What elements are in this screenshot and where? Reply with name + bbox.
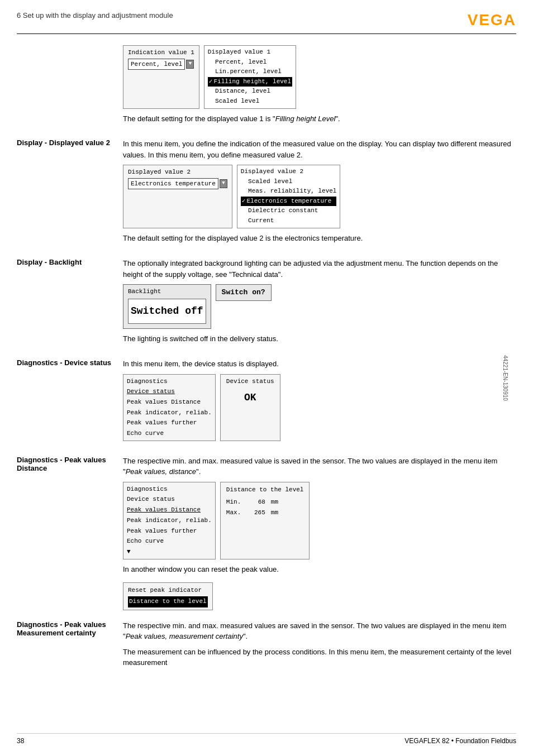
intro-diag-peak: The respective min. and max. measured va… [123,456,516,477]
diag-device-result: Device status OK [220,374,280,441]
desc-backlight: The lighting is switched off in the deli… [123,333,516,344]
left-box-value2: Displayed value 2 Electronics temperatur… [123,165,232,228]
dropdown-v2-meas: Meas. reliability, level [241,186,337,197]
desc2-diag-meas: The measurement can be influenced by the… [123,647,516,668]
main-content: Indication value 1 Percent, level ▼ Disp… [17,45,516,683]
desc-value2: The default setting for the displayed va… [123,233,516,244]
diag-item-echo: Echo curve [127,428,212,439]
dist-unit-max: mm [271,508,282,519]
reset-title: Reset peak indicator [128,585,208,596]
reset-item[interactable]: Distance to the level [128,596,208,607]
left-box-title-value2: Displayed value 2 [128,168,227,177]
select-row-value2: Electronics temperature ▼ [128,178,227,190]
section-diag-peak-dist: Diagnostics - Peak values Distance The r… [17,456,516,610]
section-content-diag-meas: The respective min. and max. measured va… [123,620,516,673]
dropdown-item-scaled: Scaled level [208,97,292,107]
dropdown-v2-current: Current [241,216,337,226]
reset-box: Reset peak indicator Distance to the lev… [123,582,213,610]
diag-peak-item-further: Peak values further [127,526,212,537]
backlight-display-box: Backlight Switched off [123,284,211,329]
diag-peak-item-reliab: Peak indicator, reliab. [127,515,212,526]
dropdown-v2-dielectric: Dielectric constant [241,206,337,216]
section-content-value2: In this menu item, you define the indica… [123,138,516,248]
header-title: 6 Set up with the display and adjustment… [17,11,173,20]
dist-val-max: 265 [249,508,265,519]
ui-pair-value2: Displayed value 2 Electronics temperatur… [123,165,516,228]
select-arrow-value1[interactable]: ▼ [186,60,194,69]
dist-unit-min: mm [271,497,282,508]
dropdown-value2: Displayed value 2 Scaled level Meas. rel… [237,165,341,228]
switch-on-box[interactable]: Switch on? [216,284,272,301]
page-container: 6 Set up with the display and adjustment… [0,0,533,756]
section-display-value2: Display - Displayed value 2 In this menu… [17,138,516,248]
vega-logo: VEGA [468,11,516,29]
backlight-value: Switched off [128,299,206,324]
diag-device-menu: Diagnostics Device status Peak values Di… [123,374,216,441]
select-value1[interactable]: Percent, level [128,59,185,70]
footer-page-number: 38 [17,737,24,745]
dropdown-v2-scaled: Scaled level [241,177,337,187]
section-label-diag-meas: Diagnostics - Peak values Measurement ce… [17,620,112,673]
dropdown-v2-electronics[interactable]: Electronics temperature [241,197,337,207]
dist-label-max: Max. [226,508,243,519]
diag-item-peak-reliab: Peak indicator, reliab. [127,408,212,418]
section-content-diag-device: In this menu item, the device status is … [123,358,516,446]
section-diag-peak-meas: Diagnostics - Peak values Measurement ce… [17,620,516,673]
diag-item-peak-distance: Peak values Distance [127,397,212,408]
dropdown-item-filling[interactable]: Filling height, level [208,77,292,87]
section-backlight: Display - Backlight The optionally integ… [17,258,516,348]
dropdown-item-percent: Percent, level [208,58,292,68]
dropdown-item-linpercent: Lin.percent, level [208,67,292,77]
diag-peak-menu-title: Diagnostics [127,484,212,495]
dist-label-min: Min. [226,497,243,508]
reset-intro: In another window you can reset the peak… [123,564,516,575]
left-box-title-value1: Indication value 1 [128,48,194,58]
diag-peak-item-device: Device status [127,494,212,505]
section-content-diag-peak: The respective min. and max. measured va… [123,456,516,610]
section-label-diag-device: Diagnostics - Device status [17,358,112,446]
diag-menu-title: Diagnostics [127,376,212,387]
section-label-backlight: Display - Backlight [17,258,112,348]
diag-device-pair: Diagnostics Device status Peak values Di… [123,374,516,441]
section-display-value1: Indication value 1 Percent, level ▼ Disp… [17,45,516,128]
intro-value2: In this menu item, you define the indica… [123,138,516,160]
diag-peak-item-distance[interactable]: Peak values Distance [127,505,212,515]
diag-peak-scroll: ▼ [127,547,212,557]
page-footer: 38 VEGAFLEX 82 • Foundation Fieldbus [17,733,516,745]
diag-peak-item-echo: Echo curve [127,536,212,547]
diag-peak-pair: Diagnostics Device status Peak values Di… [123,482,516,559]
dropdown-value1-title: Displayed value 1 [208,47,292,58]
page-header: 6 Set up with the display and adjustment… [17,11,516,34]
dropdown-value1: Displayed value 1 Percent, level Lin.per… [204,45,296,109]
diag-peak-result: Distance to the level Min. 68 mm Max. 26… [220,482,310,559]
ui-pair-value1: Indication value 1 Percent, level ▼ Disp… [123,45,516,109]
section-content-value1: Indication value 1 Percent, level ▼ Disp… [123,45,516,128]
diag-result-title: Device status [226,377,274,386]
diag-item-peak-further: Peak values further [127,418,212,428]
left-box-value1: Indication value 1 Percent, level ▼ [123,45,199,109]
select-row-value1: Percent, level ▼ [128,59,194,70]
footer-product: VEGAFLEX 82 • Foundation Fieldbus [404,737,516,745]
backlight-ui-pair: Backlight Switched off Switch on? [123,284,516,329]
section-content-backlight: The optionally integrated background lig… [123,258,516,348]
dropdown-item-distance: Distance, level [208,87,292,97]
desc-value1: The default setting for the displayed va… [123,113,516,125]
dist-table: Distance to the level Min. 68 mm Max. 26… [226,485,304,519]
backlight-label: Backlight [128,287,206,296]
dist-row-max: Max. 265 mm [226,508,304,519]
dist-row-min: Min. 68 mm [226,497,304,508]
intro-diag-meas: The respective min. and max. measured va… [123,620,516,642]
dropdown-value2-title: Displayed value 2 [241,167,337,177]
diag-result-value: OK [226,388,274,408]
intro-diag-device: In this menu item, the device status is … [123,358,516,370]
section-diag-device: Diagnostics - Device status In this menu… [17,358,516,446]
side-document-id: 44221-EN-130910 [503,355,509,401]
section-label-empty1 [17,45,112,128]
section-label-value2: Display - Displayed value 2 [17,138,112,248]
intro-backlight: The optionally integrated background lig… [123,258,516,280]
dist-val-min: 68 [249,497,265,508]
select-arrow-value2[interactable]: ▼ [220,179,227,188]
diag-peak-menu: Diagnostics Device status Peak values Di… [123,482,216,559]
diag-item-device-status[interactable]: Device status [127,386,212,397]
select-value2[interactable]: Electronics temperature [128,178,218,190]
